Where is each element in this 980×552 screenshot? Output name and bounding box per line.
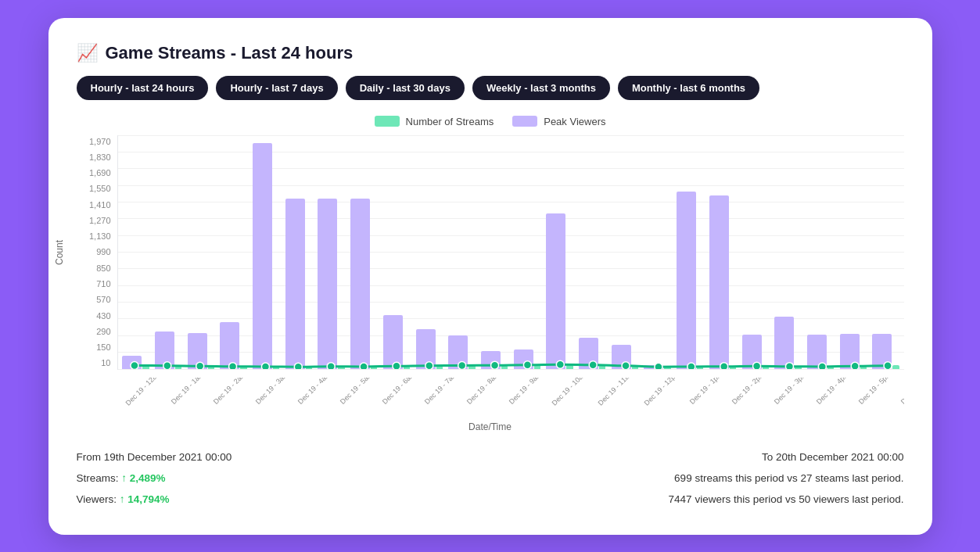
bar-streams [468, 365, 475, 369]
tab-btn-2[interactable]: Daily - last 30 days [346, 76, 465, 100]
bar-streams [175, 365, 181, 368]
bar-streams [436, 365, 443, 368]
tab-btn-3[interactable]: Weekly - last 3 months [472, 76, 610, 100]
bar-viewers [774, 317, 794, 369]
bar-streams [240, 366, 246, 368]
chart-legend: Number of Streams Peak Viewers [77, 116, 904, 127]
x-label: Dec 19 - 6pm [899, 378, 904, 406]
bar-streams [534, 364, 540, 368]
bar-group [282, 135, 315, 369]
stat-viewers-row: Viewers: ↑ 14,794% [77, 489, 232, 510]
bar-viewers [481, 351, 501, 369]
tabs-container: Hourly - last 24 hoursHourly - last 7 da… [77, 76, 904, 100]
y-label: 1,830 [89, 152, 111, 162]
viewers-detail: 7447 viewers this period vs 50 viewers l… [669, 493, 904, 505]
x-label: Dec 19 - 11am [596, 378, 634, 407]
grid-line [118, 369, 904, 370]
bar-group [511, 135, 544, 369]
y-label: 1,410 [89, 200, 111, 210]
chart-icon: 📈 [77, 43, 98, 63]
bar-streams [664, 367, 670, 369]
bar-group [608, 135, 641, 369]
bar-group [641, 135, 674, 369]
bar-group [673, 135, 706, 369]
x-label: Dec 19 - 8am [465, 378, 501, 406]
bar-streams [142, 365, 149, 369]
legend-viewers: Peak Viewers [512, 116, 605, 127]
bar-streams [273, 366, 279, 368]
bar-group [217, 135, 250, 369]
x-label: Dec 19 - 2am [211, 378, 247, 406]
bar-group [576, 135, 608, 369]
x-label: Dec 19 - 3am [254, 378, 290, 406]
streams-label: Streams: [77, 472, 119, 484]
tab-btn-0[interactable]: Hourly - last 24 hours [77, 76, 209, 100]
y-label: 150 [96, 342, 110, 352]
bar-streams [306, 367, 312, 369]
stat-streams-detail: 699 streams this period vs 27 steams las… [669, 468, 904, 489]
bar-group [706, 135, 739, 369]
y-label: 10 [101, 358, 110, 367]
y-label: 290 [96, 327, 110, 336]
bar-viewers [155, 332, 174, 368]
x-label: Dec 19 - 3pm [773, 378, 809, 406]
tab-btn-4[interactable]: Monthly - last 6 months [618, 76, 759, 100]
bar-viewers [188, 333, 207, 369]
bar-streams [371, 366, 377, 368]
bar-viewers [253, 143, 272, 368]
tab-btn-1[interactable]: Hourly - last 7 days [216, 76, 337, 100]
chart-area: Count [77, 135, 904, 370]
bar-streams [892, 365, 899, 368]
bar-group [544, 135, 576, 369]
y-label: 1,550 [89, 184, 111, 193]
bar-streams [697, 366, 703, 368]
from-label: From 19th December 2021 00:00 [77, 451, 232, 463]
bar-viewers [285, 199, 305, 368]
bar-streams [599, 364, 605, 368]
legend-streams: Number of Streams [375, 116, 494, 127]
bar-viewers [840, 334, 860, 369]
bar-viewers [318, 199, 337, 368]
bar-streams [566, 364, 573, 369]
y-label: 1,970 [89, 137, 111, 146]
bar-group [185, 135, 217, 369]
y-axis-title: Count [54, 239, 65, 264]
x-axis-title: Date/Time [77, 421, 904, 432]
bar-group [446, 135, 479, 369]
bar-group [315, 135, 348, 369]
y-label: 710 [96, 279, 110, 289]
bar-group [413, 135, 446, 369]
bar-viewers [872, 334, 892, 369]
bar-viewers [579, 338, 598, 368]
bar-streams [338, 366, 344, 368]
bar-group [772, 135, 805, 369]
x-label: Dec 19 - 5am [339, 378, 375, 406]
legend-viewers-label: Peak Viewers [544, 116, 605, 127]
title-row: 📈 Game Streams - Last 24 hours [77, 43, 904, 63]
legend-streams-color [375, 116, 400, 127]
bar-group [870, 135, 903, 369]
bar-streams [501, 365, 508, 369]
bar-viewers [416, 329, 436, 368]
bar-group [347, 135, 380, 369]
bar-viewers [383, 315, 403, 368]
x-label: Dec 19 - 6am [381, 378, 417, 406]
y-label: 1,690 [89, 168, 111, 177]
bar-viewers [612, 345, 631, 368]
bar-streams [730, 366, 736, 368]
stat-date-from: From 19th December 2021 00:00 [77, 446, 232, 468]
bar-viewers [448, 335, 468, 368]
x-axis-wrapper: Dec 19 - 12amDec 19 - 1amDec 19 - 2amDec… [77, 378, 904, 418]
bar-group [380, 135, 413, 369]
bar-group [478, 135, 511, 369]
x-label: Dec 19 - 12pm [643, 378, 681, 407]
bar-group [739, 135, 772, 369]
bar-group [249, 135, 282, 369]
bar-group [837, 135, 870, 369]
x-label: Dec 19 - 7am [423, 378, 459, 406]
x-label: Dec 19 - 12am [124, 378, 162, 407]
bar-viewers [644, 365, 663, 369]
bar-group [804, 135, 837, 369]
stat-date-to: To 20th December 2021 00:00 [669, 446, 904, 468]
bar-streams [827, 366, 834, 368]
